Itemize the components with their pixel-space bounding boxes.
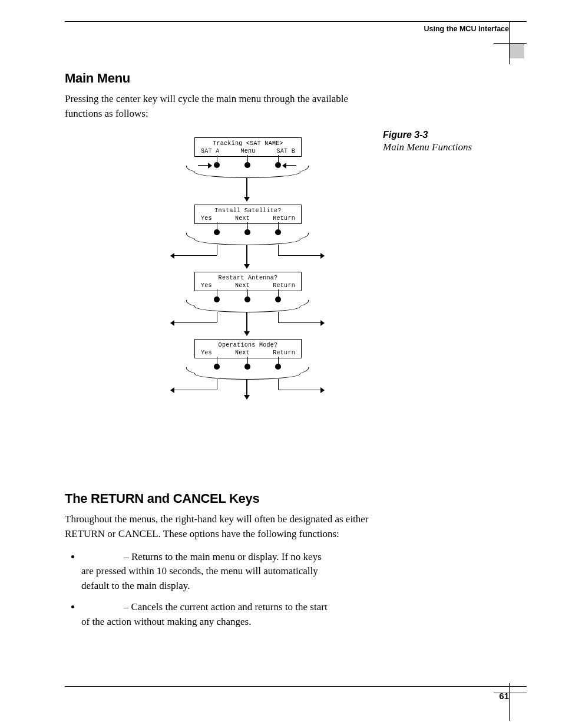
crop-mark-bottom: [500, 687, 527, 704]
btn-left: [214, 162, 220, 168]
screen3-right: Return: [273, 282, 295, 289]
btn-mid: [244, 162, 250, 168]
bullet-return: RETURN – Returns to the main menu or dis…: [81, 550, 335, 594]
screen4-right: Return: [273, 350, 295, 356]
screen2-left: Yes: [201, 215, 212, 222]
para-main-menu: Pressing the center key will cycle the m…: [65, 92, 371, 121]
figure-number: Figure 3-3: [383, 130, 518, 140]
figure-title: Main Menu Functions: [383, 141, 518, 153]
para-return-cancel: Throughout the menus, the right-hand key…: [65, 512, 371, 541]
header-section: Using the MCU Interface: [424, 25, 509, 33]
heading-main-menu: Main Menu: [65, 71, 527, 86]
header-rule: [65, 21, 527, 22]
screen1-mid: Menu: [240, 148, 255, 154]
screen2-line1: Install Satellite?: [195, 205, 301, 214]
screen3-mid: Next: [235, 282, 250, 289]
figure-diagram: Tracking <SAT NAME> SAT A Menu SAT B Ins…: [171, 137, 324, 444]
heading-return-cancel: The RETURN and CANCEL Keys: [65, 491, 527, 506]
screen1-right: SAT B: [276, 148, 295, 154]
screen3-line1: Restart Antenna?: [195, 272, 301, 281]
screen4-mid: Next: [235, 350, 250, 356]
screen2-right: Return: [273, 215, 295, 222]
bullet-return-text: – Returns to the main menu or display. I…: [81, 551, 322, 591]
btn-right: [275, 162, 281, 168]
screen1-left: SAT A: [201, 148, 220, 154]
screen3-left: Yes: [201, 282, 212, 289]
screen2-mid: Next: [235, 215, 250, 222]
footer-rule: [65, 686, 527, 687]
screen4-left: Yes: [201, 350, 212, 356]
screen4-line1: Operations Mode?: [195, 340, 301, 348]
crop-mark-top: [500, 38, 527, 56]
bullet-cancel: CANCEL – Cancels the current action and …: [81, 600, 335, 629]
screen1-line1: Tracking <SAT NAME>: [195, 138, 301, 147]
bullet-cancel-text: – Cancels the current action and returns…: [81, 601, 328, 627]
